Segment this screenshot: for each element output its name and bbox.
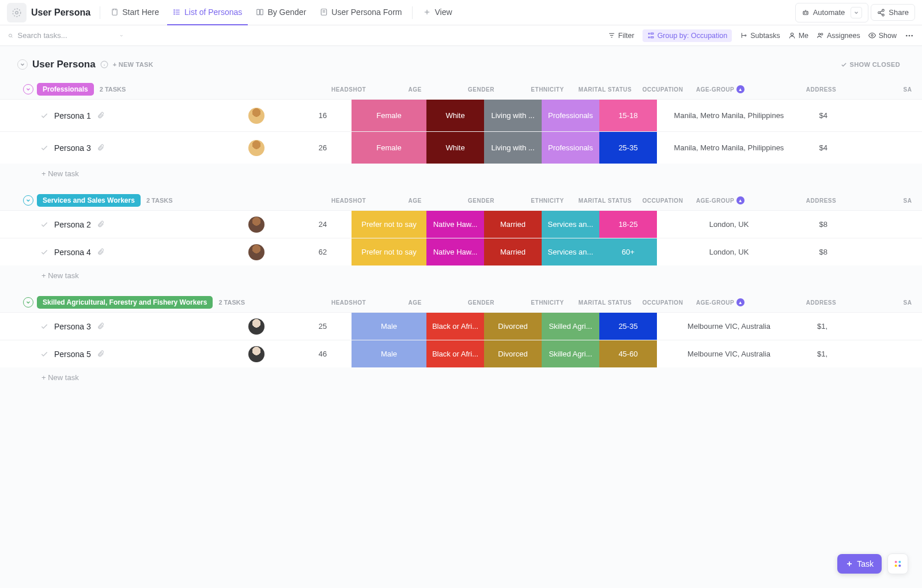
cell-age[interactable]: 46 xyxy=(294,340,352,367)
attachment-icon[interactable] xyxy=(97,112,104,119)
column-label[interactable]: ETHNICITY xyxy=(519,86,576,93)
more-button[interactable] xyxy=(905,31,914,40)
column-label[interactable]: OCCUPATION xyxy=(634,198,692,204)
collapse-toggle[interactable] xyxy=(17,59,28,70)
column-label[interactable]: SA xyxy=(893,198,922,204)
cell-address[interactable]: Manila, Metro Manila, Philippines xyxy=(657,100,801,131)
cell-ethnicity[interactable]: Black or Afri... xyxy=(426,313,484,340)
cell-occupation[interactable]: Professionals xyxy=(542,100,599,131)
assignees-button[interactable]: Assignees xyxy=(817,32,860,40)
group-by-button[interactable]: Group by: Occupation xyxy=(643,29,732,42)
cell-occupation[interactable]: Skilled Agri... xyxy=(542,313,599,340)
filter-button[interactable]: Filter xyxy=(608,32,634,40)
cell-agegroup[interactable]: 45-60 xyxy=(599,340,657,367)
column-label[interactable]: ADDRESS xyxy=(749,299,893,306)
cell-age[interactable]: 25 xyxy=(294,313,352,340)
cell-headshot[interactable] xyxy=(219,211,294,238)
cell-headshot[interactable] xyxy=(219,132,294,164)
cell-age[interactable]: 26 xyxy=(294,132,352,164)
cell-headshot[interactable] xyxy=(219,340,294,367)
attachment-icon[interactable] xyxy=(97,350,104,358)
cell-occupation[interactable]: Skilled Agri... xyxy=(542,340,599,367)
check-icon[interactable] xyxy=(40,144,48,152)
cell-address[interactable]: London, UK xyxy=(657,238,801,265)
column-label[interactable]: MARITAL STATUS xyxy=(576,198,634,204)
column-label[interactable]: GENDER xyxy=(444,299,519,306)
cell-salary[interactable]: $4 xyxy=(801,100,830,131)
task-row[interactable]: Persona 4 62 Prefer not to say Native Ha… xyxy=(0,238,922,265)
task-row[interactable]: Persona 1 16 Female White Living with ..… xyxy=(0,99,922,131)
cell-gender[interactable]: Male xyxy=(352,340,426,367)
task-row[interactable]: Persona 3 25 Male Black or Afri... Divor… xyxy=(0,312,922,340)
column-label[interactable]: GENDER xyxy=(444,86,519,93)
add-task-button[interactable]: + New task xyxy=(0,164,922,184)
info-icon[interactable] xyxy=(100,60,108,69)
column-label[interactable]: SA xyxy=(893,86,922,93)
search-input[interactable] xyxy=(18,31,115,40)
column-label[interactable]: AGE xyxy=(386,299,444,306)
attachment-icon[interactable] xyxy=(97,248,104,256)
column-label[interactable]: MARITAL STATUS xyxy=(576,299,634,306)
cell-occupation[interactable]: Services an... xyxy=(542,238,599,265)
group-collapse[interactable] xyxy=(23,84,33,94)
cell-address[interactable]: Melbourne VIC, Australia xyxy=(657,313,801,340)
cell-ethnicity[interactable]: White xyxy=(426,100,484,131)
column-label[interactable]: OCCUPATION xyxy=(634,86,692,93)
column-label[interactable]: ADDRESS xyxy=(749,86,893,93)
cell-marital[interactable]: Married xyxy=(484,211,542,238)
cell-headshot[interactable] xyxy=(219,238,294,265)
group-pill[interactable]: Professionals xyxy=(37,83,94,96)
tab-add-view[interactable]: View xyxy=(417,0,458,25)
chevron-down-icon[interactable] xyxy=(119,32,123,39)
cell-ethnicity[interactable]: Native Haw... xyxy=(426,211,484,238)
cell-gender[interactable]: Female xyxy=(352,132,426,164)
group-collapse[interactable] xyxy=(23,195,33,206)
column-label[interactable]: OCCUPATION xyxy=(634,299,692,306)
cell-marital[interactable]: Living with ... xyxy=(484,100,542,131)
automate-button[interactable]: Automate xyxy=(795,3,869,22)
column-label[interactable]: ETHNICITY xyxy=(519,299,576,306)
cell-marital[interactable]: Married xyxy=(484,238,542,265)
column-label[interactable]: AGE-GROUP▲ xyxy=(692,85,749,93)
cell-marital[interactable]: Divorced xyxy=(484,313,542,340)
cell-salary[interactable]: $8 xyxy=(801,211,830,238)
attachment-icon[interactable] xyxy=(97,144,104,151)
cell-gender[interactable]: Prefer not to say xyxy=(352,211,426,238)
attachment-icon[interactable] xyxy=(97,221,104,228)
cell-gender[interactable]: Female xyxy=(352,100,426,131)
share-button[interactable]: Share xyxy=(871,4,915,21)
cell-age[interactable]: 62 xyxy=(294,238,352,265)
add-task-button[interactable]: + New task xyxy=(0,367,922,388)
task-row[interactable]: Persona 3 26 Female White Living with ..… xyxy=(0,131,922,164)
tab-list-personas[interactable]: List of Personas xyxy=(167,0,248,25)
column-label[interactable]: GENDER xyxy=(444,198,519,204)
column-label[interactable]: ETHNICITY xyxy=(519,198,576,204)
cell-agegroup[interactable]: 25-35 xyxy=(599,313,657,340)
cell-salary[interactable]: $1, xyxy=(801,340,830,367)
check-icon[interactable] xyxy=(40,221,48,229)
column-label[interactable]: MARITAL STATUS xyxy=(576,86,634,93)
check-icon[interactable] xyxy=(40,248,48,256)
cell-gender[interactable]: Prefer not to say xyxy=(352,238,426,265)
cell-agegroup[interactable]: 15-18 xyxy=(599,100,657,131)
me-button[interactable]: Me xyxy=(788,32,808,40)
cell-address[interactable]: London, UK xyxy=(657,211,801,238)
cell-gender[interactable]: Male xyxy=(352,313,426,340)
cell-marital[interactable]: Living with ... xyxy=(484,132,542,164)
task-row[interactable]: Persona 5 46 Male Black or Afri... Divor… xyxy=(0,340,922,367)
cell-headshot[interactable] xyxy=(219,100,294,131)
column-label[interactable]: AGE xyxy=(386,198,444,204)
column-label[interactable]: SA xyxy=(893,299,922,306)
cell-ethnicity[interactable]: Native Haw... xyxy=(426,238,484,265)
cell-headshot[interactable] xyxy=(219,313,294,340)
column-label[interactable]: ADDRESS xyxy=(749,198,893,204)
new-task-fab[interactable]: Task xyxy=(837,554,882,574)
cell-address[interactable]: Manila, Metro Manila, Philippines xyxy=(657,132,801,164)
cell-salary[interactable]: $1, xyxy=(801,313,830,340)
new-task-button[interactable]: + NEW TASK xyxy=(113,61,153,68)
cell-age[interactable]: 24 xyxy=(294,211,352,238)
cell-address[interactable]: Melbourne VIC, Australia xyxy=(657,340,801,367)
chevron-down-icon[interactable] xyxy=(851,7,862,18)
column-label[interactable]: AGE-GROUP▲ xyxy=(692,298,749,306)
show-closed-button[interactable]: SHOW CLOSED xyxy=(841,61,900,68)
